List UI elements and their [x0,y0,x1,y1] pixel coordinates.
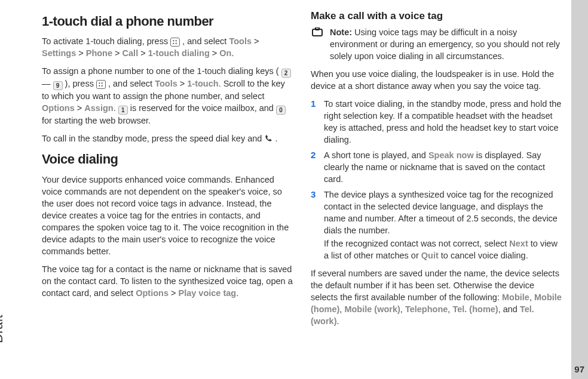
key-9-icon: 9 [53,81,63,90]
menu-1touch-dialing: 1-touch dialing [148,48,210,58]
paragraph-call-standby: To call in the standby mode, press the s… [42,133,293,144]
paragraph-voice-tag: The voice tag for a contact is the name … [42,263,293,299]
step-2: A short tone is played, and Speak now is… [311,149,562,185]
note-block: Note: Using voice tags may be difficult … [311,26,562,62]
step-3: The device plays a synthesized voice tag… [311,189,562,261]
paragraph-assign: To assign a phone number to one of the 1… [42,65,293,127]
menu-settings: Settings [42,48,76,58]
num-type-telephone: Telephone [405,304,448,314]
step-3-sub: If the recognized contact was not correc… [324,238,562,261]
svg-point-1 [176,41,177,42]
svg-point-6 [99,85,100,87]
page-content: 1-touch dial a phone number To activate … [42,9,562,367]
svg-point-5 [102,83,103,84]
svg-point-4 [99,83,100,84]
svg-point-2 [173,43,174,44]
menu-tools: Tools [229,36,252,46]
svg-point-3 [176,43,177,44]
paragraph-activate: To activate 1-touch dialing, press , and… [42,35,293,59]
menu-play-voice-tag: Play voice tag [178,288,236,298]
key-0-icon: 0 [276,106,286,115]
svg-point-0 [173,41,174,42]
menu-options: Options [42,103,75,113]
menu-tools: Tools [155,79,177,88]
softkey-quit: Quit [421,251,439,260]
heading-voice-dialing: Voice dialing [42,150,293,168]
menu-key-icon [170,38,180,47]
page-number: 97 [574,364,584,374]
section-side-tab: Make calls 97 [571,0,588,379]
num-type-mobile-work: Mobile (work) [344,304,400,314]
menu-options: Options [136,288,169,298]
left-column: 1-touch dial a phone number To activate … [42,9,293,367]
softkey-next: Next [509,239,528,248]
draft-watermark: Draft [0,315,6,343]
heading-make-call-voice: Make a call with a voice tag [311,9,562,23]
menu-assign: Assign [84,103,113,113]
menu-1touch: 1-touch [187,79,218,88]
menu-on: On [219,48,231,58]
steps-list: To start voice dialing, in the standby m… [311,98,562,261]
svg-point-7 [102,85,103,87]
menu-call: Call [122,48,139,58]
heading-1touch: 1-touch dial a phone number [42,13,293,30]
num-type-mobile: Mobile [502,292,529,302]
step-1: To start voice dialing, in the standby m… [311,98,562,146]
note-text: Note: Using voice tags may be difficult … [330,26,562,62]
label-speak-now: Speak now [428,150,474,160]
num-type-tel-home: Tel. (home) [452,304,498,314]
paragraph-multiple-numbers: If several numbers are saved under the n… [311,267,562,327]
paragraph-loudspeaker: When you use voice dialing, the loudspea… [311,68,562,92]
call-key-icon [264,134,272,142]
key-1-icon: 1 [118,106,128,115]
menu-key-icon [96,80,106,89]
note-icon [312,27,325,37]
key-2-icon: 2 [281,69,291,78]
right-column: Make a call with a voice tag Note: Using… [311,9,562,367]
menu-phone: Phone [86,48,112,58]
paragraph-voice-intro: Your device supports enhanced voice comm… [42,174,293,257]
